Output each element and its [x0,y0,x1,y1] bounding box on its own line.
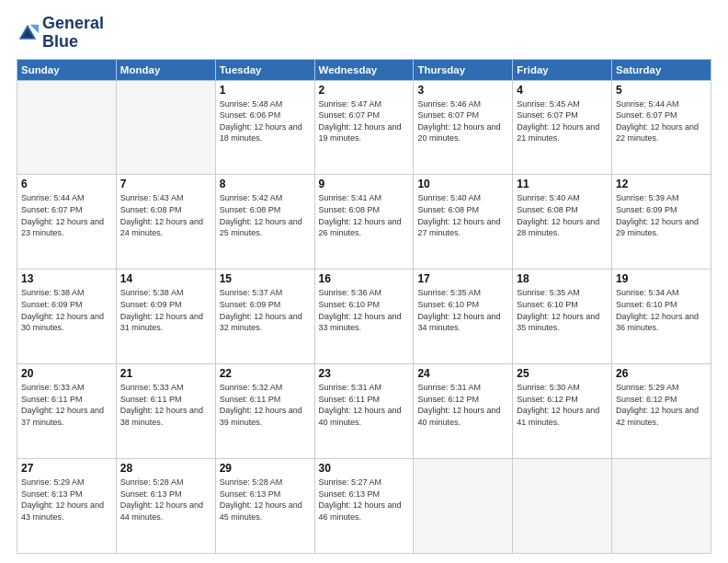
day-number: 5 [616,84,707,97]
day-number: 28 [120,462,211,475]
calendar-cell: 26Sunrise: 5:29 AM Sunset: 6:12 PM Dayli… [612,364,711,459]
day-number: 8 [220,178,311,190]
day-number: 3 [417,84,508,97]
day-number: 20 [21,367,112,380]
day-number: 30 [319,462,410,475]
calendar-cell: 7Sunrise: 5:43 AM Sunset: 6:08 PM Daylig… [116,175,215,270]
day-number: 12 [616,178,707,190]
calendar-cell: 22Sunrise: 5:32 AM Sunset: 6:11 PM Dayli… [215,364,314,459]
day-info: Sunrise: 5:37 AM Sunset: 6:09 PM Dayligh… [220,287,311,333]
calendar-cell: 5Sunrise: 5:44 AM Sunset: 6:07 PM Daylig… [612,80,711,175]
day-info: Sunrise: 5:36 AM Sunset: 6:10 PM Dayligh… [319,287,410,333]
day-info: Sunrise: 5:44 AM Sunset: 6:07 PM Dayligh… [616,98,707,144]
day-info: Sunrise: 5:33 AM Sunset: 6:11 PM Dayligh… [120,382,211,428]
weekday-header-tuesday: Tuesday [215,59,314,80]
calendar-cell: 17Sunrise: 5:35 AM Sunset: 6:10 PM Dayli… [414,270,513,364]
day-info: Sunrise: 5:34 AM Sunset: 6:10 PM Dayligh… [616,287,707,333]
day-info: Sunrise: 5:41 AM Sunset: 6:08 PM Dayligh… [319,192,410,238]
calendar-cell: 13Sunrise: 5:38 AM Sunset: 6:09 PM Dayli… [17,270,117,364]
calendar-table: SundayMondayTuesdayWednesdayThursdayFrid… [17,59,711,554]
calendar-cell [612,459,711,554]
calendar-cell: 12Sunrise: 5:39 AM Sunset: 6:09 PM Dayli… [612,175,711,270]
day-info: Sunrise: 5:27 AM Sunset: 6:13 PM Dayligh… [319,477,410,523]
day-number: 27 [21,462,112,475]
calendar-cell: 15Sunrise: 5:37 AM Sunset: 6:09 PM Dayli… [215,270,314,364]
day-number: 2 [319,84,410,97]
calendar-cell: 20Sunrise: 5:33 AM Sunset: 6:11 PM Dayli… [17,364,117,459]
day-info: Sunrise: 5:28 AM Sunset: 6:13 PM Dayligh… [220,477,311,523]
day-info: Sunrise: 5:38 AM Sunset: 6:09 PM Dayligh… [120,287,211,333]
day-number: 14 [120,272,211,285]
day-number: 18 [517,272,608,285]
calendar-week-5: 27Sunrise: 5:29 AM Sunset: 6:13 PM Dayli… [17,459,711,554]
day-info: Sunrise: 5:33 AM Sunset: 6:11 PM Dayligh… [21,382,112,428]
day-info: Sunrise: 5:39 AM Sunset: 6:09 PM Dayligh… [616,192,707,238]
calendar-week-1: 1Sunrise: 5:48 AM Sunset: 6:06 PM Daylig… [17,80,711,175]
calendar-week-2: 6Sunrise: 5:44 AM Sunset: 6:07 PM Daylig… [17,175,711,270]
day-info: Sunrise: 5:47 AM Sunset: 6:07 PM Dayligh… [319,98,410,144]
calendar-cell: 24Sunrise: 5:31 AM Sunset: 6:12 PM Dayli… [414,364,513,459]
calendar-cell [116,80,215,175]
day-number: 15 [220,272,311,285]
day-info: Sunrise: 5:46 AM Sunset: 6:07 PM Dayligh… [417,98,508,144]
calendar-cell: 27Sunrise: 5:29 AM Sunset: 6:13 PM Dayli… [17,459,117,554]
day-number: 25 [517,367,608,380]
weekday-header-sunday: Sunday [17,59,117,80]
day-number: 24 [417,367,508,380]
calendar-cell: 28Sunrise: 5:28 AM Sunset: 6:13 PM Dayli… [116,459,215,554]
calendar-cell: 9Sunrise: 5:41 AM Sunset: 6:08 PM Daylig… [314,175,414,270]
calendar-cell: 14Sunrise: 5:38 AM Sunset: 6:09 PM Dayli… [116,270,215,364]
day-info: Sunrise: 5:35 AM Sunset: 6:10 PM Dayligh… [517,287,608,333]
calendar-cell: 6Sunrise: 5:44 AM Sunset: 6:07 PM Daylig… [17,175,117,270]
day-info: Sunrise: 5:35 AM Sunset: 6:10 PM Dayligh… [417,287,508,333]
day-number: 7 [120,178,211,190]
day-number: 17 [417,272,508,285]
weekday-header-monday: Monday [116,59,215,80]
day-info: Sunrise: 5:30 AM Sunset: 6:12 PM Dayligh… [517,382,608,428]
calendar-cell: 10Sunrise: 5:40 AM Sunset: 6:08 PM Dayli… [414,175,513,270]
weekday-header-friday: Friday [513,59,612,80]
day-info: Sunrise: 5:44 AM Sunset: 6:07 PM Dayligh… [21,192,112,238]
calendar-cell: 23Sunrise: 5:31 AM Sunset: 6:11 PM Dayli… [314,364,414,459]
calendar-cell: 16Sunrise: 5:36 AM Sunset: 6:10 PM Dayli… [314,270,414,364]
calendar-cell: 3Sunrise: 5:46 AM Sunset: 6:07 PM Daylig… [414,80,513,175]
logo-text: General Blue [42,15,104,52]
day-info: Sunrise: 5:40 AM Sunset: 6:08 PM Dayligh… [417,192,508,238]
day-info: Sunrise: 5:45 AM Sunset: 6:07 PM Dayligh… [517,98,608,144]
day-info: Sunrise: 5:32 AM Sunset: 6:11 PM Dayligh… [220,382,311,428]
calendar-cell: 18Sunrise: 5:35 AM Sunset: 6:10 PM Dayli… [513,270,612,364]
day-info: Sunrise: 5:29 AM Sunset: 6:12 PM Dayligh… [616,382,707,428]
day-info: Sunrise: 5:38 AM Sunset: 6:09 PM Dayligh… [21,287,112,333]
day-info: Sunrise: 5:29 AM Sunset: 6:13 PM Dayligh… [21,477,112,523]
calendar-cell: 2Sunrise: 5:47 AM Sunset: 6:07 PM Daylig… [314,80,414,175]
day-number: 16 [319,272,410,285]
calendar-cell: 29Sunrise: 5:28 AM Sunset: 6:13 PM Dayli… [215,459,314,554]
calendar-week-3: 13Sunrise: 5:38 AM Sunset: 6:09 PM Dayli… [17,270,711,364]
day-number: 19 [616,272,707,285]
calendar-week-4: 20Sunrise: 5:33 AM Sunset: 6:11 PM Dayli… [17,364,711,459]
day-info: Sunrise: 5:42 AM Sunset: 6:08 PM Dayligh… [220,192,311,238]
day-number: 1 [220,84,311,97]
calendar-cell: 1Sunrise: 5:48 AM Sunset: 6:06 PM Daylig… [215,80,314,175]
day-number: 22 [220,367,311,380]
day-number: 9 [319,178,410,190]
calendar-cell [17,80,117,175]
day-info: Sunrise: 5:40 AM Sunset: 6:08 PM Dayligh… [517,192,608,238]
calendar-cell [414,459,513,554]
day-number: 6 [21,178,112,190]
day-info: Sunrise: 5:31 AM Sunset: 6:12 PM Dayligh… [417,382,508,428]
calendar-cell: 11Sunrise: 5:40 AM Sunset: 6:08 PM Dayli… [513,175,612,270]
day-number: 29 [220,462,311,475]
day-number: 10 [417,178,508,190]
calendar-cell: 30Sunrise: 5:27 AM Sunset: 6:13 PM Dayli… [314,459,414,554]
day-info: Sunrise: 5:31 AM Sunset: 6:11 PM Dayligh… [319,382,410,428]
day-number: 11 [517,178,608,190]
day-number: 26 [616,367,707,380]
calendar-cell: 8Sunrise: 5:42 AM Sunset: 6:08 PM Daylig… [215,175,314,270]
weekday-header-wednesday: Wednesday [314,59,414,80]
weekday-header-saturday: Saturday [612,59,711,80]
day-number: 13 [21,272,112,285]
day-info: Sunrise: 5:48 AM Sunset: 6:06 PM Dayligh… [220,98,311,144]
day-info: Sunrise: 5:43 AM Sunset: 6:08 PM Dayligh… [120,192,211,238]
day-number: 23 [319,367,410,380]
